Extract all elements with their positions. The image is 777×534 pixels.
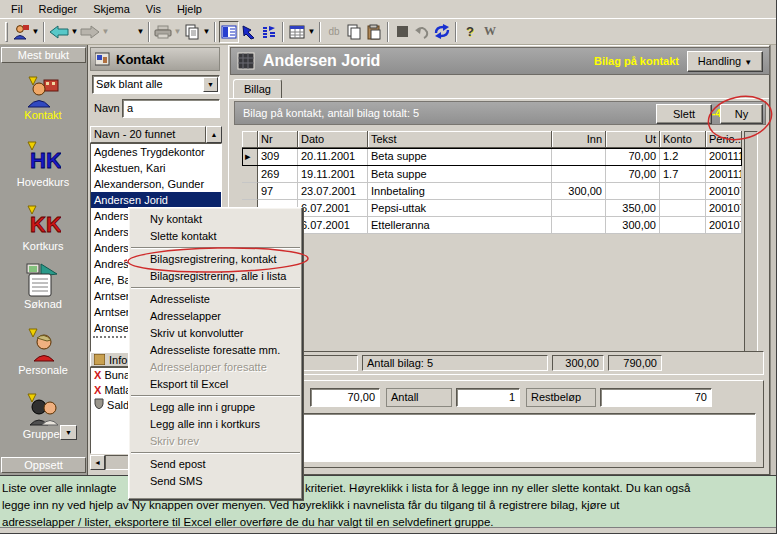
copy-document-icon[interactable] <box>182 21 202 43</box>
red-x-icon: X <box>94 384 101 396</box>
forward-dropdown-icon[interactable]: ▼ <box>101 27 110 36</box>
menu-item-ny-kontakt[interactable]: Ny kontakt <box>129 211 302 228</box>
name-list-header[interactable]: Navn - 20 funnet <box>90 126 206 143</box>
menu-item-send-sms[interactable]: Send SMS <box>129 473 302 490</box>
help-icon[interactable]: ? <box>460 21 480 43</box>
sidebar-header[interactable]: Mest brukt <box>1 47 86 63</box>
db-icon[interactable]: db <box>324 21 344 43</box>
col-header-nr[interactable]: Nr <box>258 131 298 148</box>
col-header-konto[interactable]: Konto <box>660 131 706 148</box>
info-scroll-left-icon[interactable]: ◄ <box>90 455 105 470</box>
kontakt-icon[interactable] <box>24 75 62 109</box>
personale-icon[interactable] <box>24 328 62 362</box>
col-header-tekst[interactable]: Tekst <box>368 131 552 148</box>
table-view-dropdown-icon[interactable]: ▼ <box>307 27 316 36</box>
menu-skjema[interactable]: Skjema <box>86 2 137 16</box>
cell-tekst: Beta suppe <box>368 148 552 166</box>
cell-inn <box>552 217 606 234</box>
amount-field[interactable]: 70,00 <box>310 388 380 407</box>
menu-item-skriv-ut-konvolutter[interactable]: Skriv ut konvolutter <box>129 325 302 342</box>
col-header-inn[interactable]: Inn <box>552 131 606 148</box>
list-item[interactable]: Akestuen, Kari <box>91 160 221 176</box>
menu-item-slette-kontakt[interactable]: Slette kontakt <box>129 228 302 245</box>
search-filter-combobox[interactable]: Søk blant alle ▼ <box>92 75 220 94</box>
table-row[interactable]: 6.07.2001 Ettelleranna 300,00 200107 <box>242 217 742 234</box>
sidebar-item-hovedkurs[interactable]: Hovedkurs <box>0 176 86 188</box>
menu-vis[interactable]: Vis <box>139 2 168 16</box>
col-header-periode[interactable]: Perio... <box>706 131 742 148</box>
menu-item-bilagsregistrering-alle[interactable]: Bilagsregistrering, alle i lista <box>129 268 302 285</box>
name-search-input[interactable]: a <box>122 99 220 118</box>
sidebar-item-kontakt[interactable]: Kontakt <box>0 109 86 121</box>
soknad-icon[interactable] <box>24 263 62 297</box>
menu-item-legg-alle-i-gruppe[interactable]: Legg alle inn i gruppe <box>129 399 302 416</box>
menu-item-adresselapper[interactable]: Adresselapper <box>129 308 302 325</box>
goto-record-icon[interactable] <box>239 21 259 43</box>
contact-tool-dropdown-icon[interactable]: ▼ <box>31 27 40 36</box>
table-row[interactable]: 269 19.11.2001 Beta suppe 70,00 1.7 2001… <box>242 166 742 183</box>
notes-textarea[interactable] <box>242 413 756 462</box>
menu-item-send-epost[interactable]: Send epost <box>129 456 302 473</box>
handling-button-label: Handling <box>698 55 741 67</box>
table-row[interactable]: 97 23.07.2001 Innbetaling 300,00 200107 <box>242 183 742 200</box>
table-row[interactable]: 6.07.2001 Pepsi-uttak 350,00 200107 <box>242 200 742 217</box>
menu-rediger[interactable]: Rediger <box>32 2 85 16</box>
sidebar-footer-oppsett[interactable]: Oppsett <box>1 457 86 473</box>
restbelop-field[interactable]: 70 <box>600 388 712 407</box>
sidebar-item-personale[interactable]: Personale <box>0 364 86 376</box>
toolbar: ▼ ▼ ▼ ▼ ▼ ▼ ▼ db <box>0 18 777 45</box>
help-line3: adresselapper / lister, eksportere til E… <box>2 516 494 528</box>
hovedkurs-icon[interactable]: HK <box>24 141 62 175</box>
menu-separator <box>131 452 300 454</box>
ny-button[interactable]: Ny <box>720 104 763 124</box>
grupper-icon[interactable] <box>24 393 62 427</box>
forward-icon[interactable] <box>79 21 101 43</box>
antall-field[interactable]: 1 <box>456 388 520 407</box>
menu-hjelp[interactable]: Hjelp <box>170 2 209 16</box>
undo-icon[interactable] <box>412 21 432 43</box>
refresh-icon[interactable] <box>432 21 452 43</box>
dropdown-icon[interactable]: ▼ <box>136 27 145 36</box>
list-item[interactable]: Agdenes Trygdekontor <box>91 144 221 160</box>
form-view-icon[interactable] <box>219 21 239 43</box>
copy-document-dropdown-icon[interactable]: ▼ <box>202 27 211 36</box>
col-header-ut[interactable]: Ut <box>606 131 660 148</box>
stop-icon[interactable] <box>392 21 412 43</box>
list-item-selected[interactable]: Andersen Jorid <box>91 192 221 208</box>
table-view-icon[interactable] <box>287 21 307 43</box>
paste-icon[interactable] <box>364 21 384 43</box>
cell-konto <box>660 200 706 217</box>
table-scrollbar[interactable] <box>744 131 758 352</box>
menu-item-adresseliste-foresatte[interactable]: Adresseliste foresatte mm. <box>129 342 302 359</box>
print-icon[interactable] <box>153 21 173 43</box>
contact-tool-icon[interactable] <box>11 21 31 43</box>
filter-list-icon[interactable] <box>259 21 279 43</box>
cell-tekst: Innbetaling <box>368 183 552 200</box>
menu-item-legg-alle-i-kortkurs[interactable]: Legg alle inn i kortkurs <box>129 416 302 433</box>
col-header-dato[interactable]: Dato <box>298 131 368 148</box>
totals-inn: 300,00 <box>552 355 604 371</box>
menu-item-adresseliste[interactable]: Adresseliste <box>129 291 302 308</box>
list-item[interactable]: Alexanderson, Gunder <box>91 176 221 192</box>
cell-dato: 23.07.2001 <box>298 183 368 200</box>
word-icon[interactable]: W <box>480 21 500 43</box>
print-dropdown-icon[interactable]: ▼ <box>173 27 182 36</box>
copy-icon[interactable] <box>344 21 364 43</box>
back-dropdown-icon[interactable]: ▼ <box>70 27 79 36</box>
tab-bilag[interactable]: Billag <box>233 79 282 99</box>
toolbar-grip[interactable] <box>5 22 8 42</box>
sidebar-scroll-down-icon[interactable]: ▼ <box>60 425 77 440</box>
totals-ut: 790,00 <box>608 355 662 371</box>
back-icon[interactable] <box>48 21 70 43</box>
menu-fil[interactable]: Fil <box>4 2 30 16</box>
table-row-selected[interactable]: ▸ 309 20.11.2001 Beta suppe 70,00 1.2 20… <box>242 148 742 166</box>
list-scroll-up-icon[interactable]: ▲ <box>206 126 222 143</box>
sidebar-item-soknad[interactable]: Søknad <box>0 298 86 310</box>
slett-button[interactable]: Slett <box>656 104 712 124</box>
menu-item-bilagsregistrering-kontakt[interactable]: Bilagsregistrering, kontakt <box>129 251 302 268</box>
kortkurs-icon[interactable]: KK <box>24 205 62 239</box>
sidebar-item-kortkurs[interactable]: Kortkurs <box>0 240 86 252</box>
menu-item-eksport-til-excel[interactable]: Eksport til Excel <box>129 376 302 393</box>
search-filter-dropdown-icon[interactable]: ▼ <box>203 77 218 92</box>
handling-button[interactable]: Handling ▼ <box>687 51 763 72</box>
